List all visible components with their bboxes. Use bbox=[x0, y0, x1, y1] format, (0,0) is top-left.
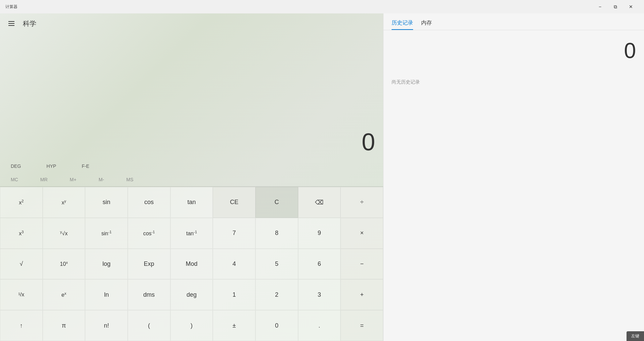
reciprocal-button[interactable]: ¹/x bbox=[0, 279, 43, 310]
e-x-button[interactable]: ex bbox=[43, 279, 85, 310]
three-button[interactable]: 3 bbox=[298, 279, 341, 310]
ln-button[interactable]: ln bbox=[85, 279, 128, 310]
tan-button[interactable]: tan bbox=[170, 187, 213, 218]
main-content: 科学 0 DEG HYP F-E MC MR M+ M- MS x2 xy si… bbox=[0, 13, 644, 341]
shift-button[interactable]: ↑ bbox=[0, 310, 43, 341]
hamburger-menu-button[interactable] bbox=[5, 17, 17, 30]
six-button[interactable]: 6 bbox=[298, 249, 341, 280]
cos-button[interactable]: cos bbox=[128, 187, 170, 218]
tan-inv-button[interactable]: tan-1 bbox=[170, 218, 213, 249]
history-display-value: 0 bbox=[624, 38, 636, 63]
restore-button[interactable]: ⧉ bbox=[608, 0, 623, 13]
log-button[interactable]: log bbox=[85, 249, 128, 280]
minus-button[interactable]: − bbox=[340, 249, 383, 280]
mc-button[interactable]: MC bbox=[8, 176, 21, 184]
mod-button[interactable]: Mod bbox=[170, 249, 213, 280]
mminus-button[interactable]: M- bbox=[96, 176, 107, 184]
title-bar-left: 计算器 bbox=[5, 4, 17, 10]
app-title: 科学 bbox=[23, 19, 36, 28]
calc-header: 科学 bbox=[0, 13, 383, 34]
equals-button[interactable]: = bbox=[340, 310, 383, 341]
exp-button[interactable]: Exp bbox=[128, 249, 170, 280]
title-bar-controls: − ⧉ ✕ bbox=[592, 0, 639, 13]
no-history-text: 尚无历史记录 bbox=[392, 79, 420, 85]
four-button[interactable]: 4 bbox=[213, 249, 255, 280]
button-grid: x2 xy sin cos tan CE C ⌫ ÷ x3 y√x sin-1 … bbox=[0, 187, 383, 341]
right-panel-content: 0 尚无历史记录 bbox=[384, 30, 644, 341]
title-bar: 计算器 − ⧉ ✕ bbox=[0, 0, 644, 13]
one-button[interactable]: 1 bbox=[213, 279, 255, 310]
hamburger-line-3 bbox=[8, 25, 14, 26]
hamburger-line-2 bbox=[8, 23, 14, 24]
five-button[interactable]: 5 bbox=[255, 249, 298, 280]
hyp-toggle[interactable]: HYP bbox=[44, 162, 59, 170]
mode-row: DEG HYP F-E bbox=[0, 159, 383, 173]
sqrt-button[interactable]: √ bbox=[0, 249, 43, 280]
ten-x-button[interactable]: 10x bbox=[43, 249, 85, 280]
deg-button[interactable]: deg bbox=[170, 279, 213, 310]
x-to-y-button[interactable]: xy bbox=[43, 187, 85, 218]
pi-button[interactable]: π bbox=[43, 310, 85, 341]
minimize-button[interactable]: − bbox=[592, 0, 608, 13]
ms-button[interactable]: MS bbox=[124, 176, 136, 184]
mplus-button[interactable]: M+ bbox=[67, 176, 79, 184]
x-squared-button[interactable]: x2 bbox=[0, 187, 43, 218]
yroot-x-button[interactable]: y√x bbox=[43, 218, 85, 249]
window-title: 计算器 bbox=[5, 4, 17, 10]
factorial-button[interactable]: n! bbox=[85, 310, 128, 341]
display-area: 0 bbox=[0, 34, 383, 159]
right-panel-tabs: 历史记录 内存 bbox=[384, 13, 644, 30]
tab-memory[interactable]: 内存 bbox=[421, 19, 432, 30]
hamburger-line-1 bbox=[8, 21, 14, 22]
memory-row: MC MR M+ M- MS bbox=[0, 173, 383, 187]
mr-button[interactable]: MR bbox=[38, 176, 50, 184]
nine-button[interactable]: 9 bbox=[298, 218, 341, 249]
decimal-button[interactable]: . bbox=[298, 310, 341, 341]
open-paren-button[interactable]: ( bbox=[128, 310, 170, 341]
seven-button[interactable]: 7 bbox=[213, 218, 255, 249]
fe-toggle[interactable]: F-E bbox=[79, 162, 92, 170]
sin-inv-button[interactable]: sin-1 bbox=[85, 218, 128, 249]
calculator-panel: 科学 0 DEG HYP F-E MC MR M+ M- MS x2 xy si… bbox=[0, 13, 383, 341]
cos-inv-button[interactable]: cos-1 bbox=[128, 218, 170, 249]
sin-button[interactable]: sin bbox=[85, 187, 128, 218]
right-panel: 历史记录 内存 0 尚无历史记录 bbox=[383, 13, 644, 341]
bottom-right-button[interactable]: 左键 bbox=[627, 331, 644, 341]
plus-button[interactable]: + bbox=[340, 279, 383, 310]
c-button[interactable]: C bbox=[255, 187, 298, 218]
close-paren-button[interactable]: ) bbox=[170, 310, 213, 341]
backspace-button[interactable]: ⌫ bbox=[298, 187, 341, 218]
deg-toggle[interactable]: DEG bbox=[8, 162, 24, 170]
divide-button[interactable]: ÷ bbox=[340, 187, 383, 218]
plusminus-button[interactable]: ± bbox=[213, 310, 255, 341]
zero-button[interactable]: 0 bbox=[255, 310, 298, 341]
display-value: 0 bbox=[362, 130, 375, 154]
eight-button[interactable]: 8 bbox=[255, 218, 298, 249]
tab-history[interactable]: 历史记录 bbox=[392, 19, 413, 30]
x-cubed-button[interactable]: x3 bbox=[0, 218, 43, 249]
dms-button[interactable]: dms bbox=[128, 279, 170, 310]
two-button[interactable]: 2 bbox=[255, 279, 298, 310]
ce-button[interactable]: CE bbox=[213, 187, 255, 218]
close-button[interactable]: ✕ bbox=[623, 0, 639, 13]
multiply-button[interactable]: × bbox=[340, 218, 383, 249]
